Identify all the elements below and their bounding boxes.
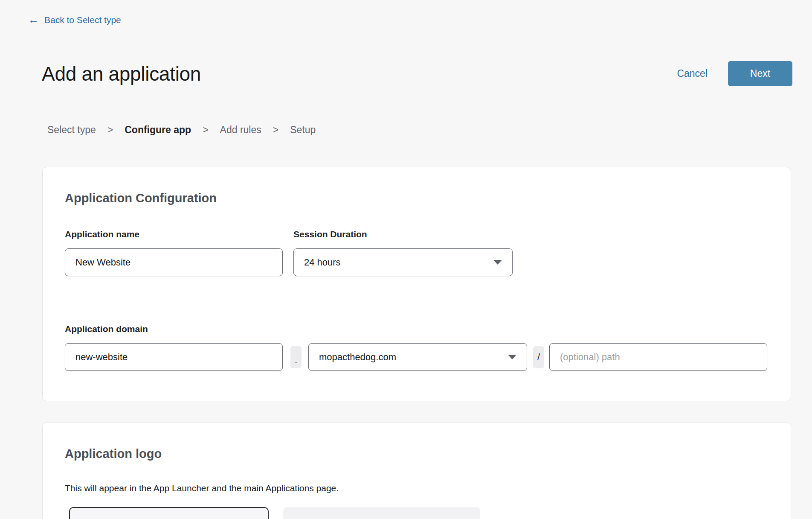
page-header: Add an application Cancel Next xyxy=(42,61,792,86)
breadcrumb-separator: > xyxy=(203,124,208,136)
logo-card-description: This will appear in the App Launcher and… xyxy=(65,483,768,493)
application-configuration-card: Application Configuration Application na… xyxy=(42,167,791,401)
name-duration-row: Application name Session Duration 24 hou… xyxy=(65,229,768,276)
chevron-down-icon xyxy=(508,355,516,359)
application-name-input[interactable] xyxy=(65,248,283,276)
breadcrumb-step-configure-app: Configure app xyxy=(125,124,191,136)
back-link-label: Back to Select type xyxy=(44,15,121,25)
breadcrumb-separator: > xyxy=(273,124,278,136)
chevron-down-icon xyxy=(493,260,502,265)
back-arrow-icon: ← xyxy=(28,15,39,25)
breadcrumb-step-setup: Setup xyxy=(290,124,316,136)
application-logo-card: Application logo This will appear in the… xyxy=(42,423,791,519)
path-input[interactable] xyxy=(549,343,767,371)
dot-separator: . xyxy=(290,346,302,368)
breadcrumb: Select type > Configure app > Add rules … xyxy=(47,124,316,136)
page-title: Add an application xyxy=(42,62,201,85)
application-name-label: Application name xyxy=(65,229,283,239)
application-domain-row: . mopacthedog.com / xyxy=(65,343,768,371)
application-name-field-group: Application name xyxy=(65,229,283,276)
next-button[interactable]: Next xyxy=(728,61,792,86)
session-duration-select[interactable]: 24 hours xyxy=(293,248,513,276)
application-domain-section: Application domain . mopacthedog.com / xyxy=(65,324,768,371)
breadcrumb-separator: > xyxy=(107,124,113,136)
breadcrumb-step-add-rules: Add rules xyxy=(220,124,261,136)
logo-card-heading: Application logo xyxy=(65,447,768,461)
application-domain-label: Application domain xyxy=(65,324,148,334)
cancel-button[interactable]: Cancel xyxy=(677,68,708,79)
slash-separator: / xyxy=(533,346,544,368)
logo-option-selected[interactable] xyxy=(69,507,269,519)
header-actions: Cancel Next xyxy=(677,61,792,86)
domain-select[interactable]: mopacthedog.com xyxy=(308,343,527,371)
logo-options-row xyxy=(69,507,768,519)
back-link[interactable]: ← Back to Select type xyxy=(28,15,121,25)
session-duration-field-group: Session Duration 24 hours xyxy=(293,229,513,276)
breadcrumb-step-select-type: Select type xyxy=(47,124,96,136)
subdomain-input[interactable] xyxy=(65,343,283,371)
configuration-card-heading: Application Configuration xyxy=(65,191,768,205)
session-duration-value: 24 hours xyxy=(304,257,341,268)
logo-option-plain[interactable] xyxy=(283,507,480,519)
domain-select-value: mopacthedog.com xyxy=(319,352,396,363)
session-duration-label: Session Duration xyxy=(293,229,513,239)
